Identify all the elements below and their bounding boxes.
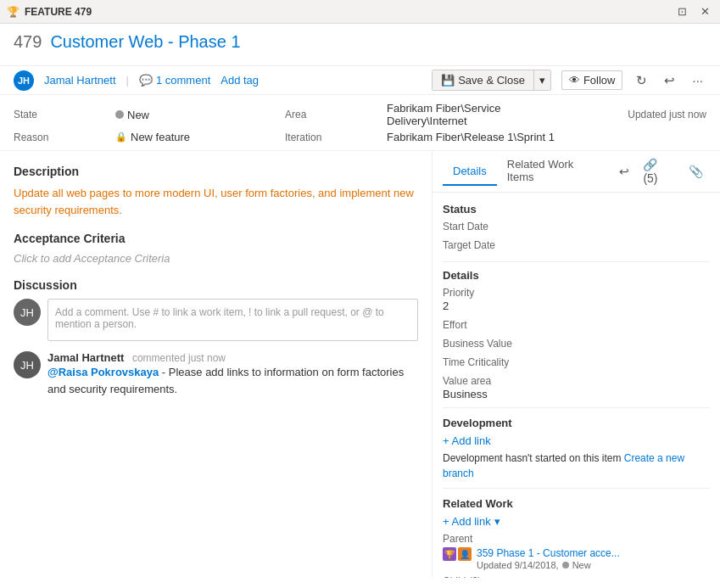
feature-icon: 🏆 (7, 6, 20, 18)
details-title: Details (443, 269, 710, 282)
dev-note: Development hasn't started on this item … (443, 451, 710, 481)
discussion-title: Discussion (14, 278, 418, 292)
business-value-label: Business Value (443, 338, 710, 350)
development-section: Development + Add link Development hasn'… (443, 407, 710, 481)
more-options-button[interactable]: ··· (689, 71, 706, 89)
comment-count: 1 comment (156, 74, 210, 87)
value-area-value[interactable]: Business (443, 388, 710, 400)
development-title: Development (443, 417, 710, 429)
state-dot (115, 110, 124, 119)
save-close-group: 💾 Save & Close ▾ (432, 70, 551, 91)
avatar: JH (14, 70, 34, 91)
commenter-avatar: JH (14, 351, 41, 378)
save-close-dropdown[interactable]: ▾ (533, 70, 550, 90)
state-value[interactable]: New (115, 109, 285, 121)
discussion-section: Discussion JH Add a comment. Use # to li… (14, 278, 418, 397)
child-label: Child (3) (443, 575, 710, 578)
description-title: Description (14, 165, 418, 178)
save-close-button[interactable]: 💾 Save & Close (433, 70, 533, 90)
work-item-header: 479 Customer Web - Phase 1 (0, 24, 720, 66)
start-date-row: Start Date (443, 221, 710, 232)
related-work-section: Related Work + Add link ▾ Parent 🏆 👤 359 (443, 488, 710, 578)
target-date-row: Target Date (443, 239, 710, 251)
attachments-tab-icon[interactable]: 📎 (682, 158, 710, 185)
left-panel: Description Update all web pages to more… (0, 151, 433, 578)
parent-status-dot (562, 562, 569, 568)
person-icon: 👤 (458, 547, 472, 561)
current-user-avatar: JH (14, 299, 41, 326)
reason-value[interactable]: 🔒 New feature (115, 131, 285, 143)
comment-row: JH Jamal Hartnett commented just now @Ra… (14, 351, 418, 397)
title-row: 479 Customer Web - Phase 1 (14, 32, 706, 52)
effort-label: Effort (443, 319, 710, 331)
acceptance-criteria-title: Acceptance Criteria (14, 232, 418, 245)
right-panel: Details Related Work Items ↩ 🔗 (5) 📎 Sta… (433, 151, 720, 578)
parent-link[interactable]: 359 Phase 1 - Customer acce... (477, 547, 710, 559)
work-item-id: 479 (14, 32, 42, 52)
time-criticality-label: Time Criticality (443, 356, 710, 368)
reason-label: Reason (14, 132, 115, 143)
title-bar: 🏆 FEATURE 479 ⊡ ✕ (0, 0, 720, 24)
value-area-label: Value area (443, 375, 710, 387)
area-value[interactable]: Fabrikam Fiber\Service Delivery\Internet (387, 102, 537, 127)
time-criticality-row: Time Criticality (443, 356, 710, 368)
comment-body: Jamal Hartnett commented just now @Raisa… (47, 351, 418, 397)
priority-label: Priority (443, 287, 710, 299)
priority-row: Priority 2 (443, 287, 710, 312)
related-work-title: Related Work (443, 497, 710, 510)
work-item-body: Description Update all web pages to more… (0, 151, 720, 578)
work-item-fields: State New Area Fabrikam Fiber\Service De… (0, 95, 720, 151)
value-area-row: Value area Business (443, 375, 710, 400)
history-tab-icon[interactable]: ↩ (612, 158, 636, 185)
title-bar-left: 🏆 FEATURE 479 (7, 6, 92, 18)
updated-text: Updated just now (537, 109, 706, 120)
comment-author: Jamal Hartnett (47, 351, 124, 364)
comment-link[interactable]: 💬 1 comment (139, 74, 210, 87)
comment-text: @Raisa Pokrovskaya - Please add links to… (47, 364, 418, 397)
target-date-label: Target Date (443, 239, 710, 251)
discussion-input[interactable]: Add a comment. Use # to link a work item… (47, 299, 418, 341)
undo-button[interactable]: ↩ (661, 71, 678, 90)
acceptance-criteria-placeholder[interactable]: Click to add Acceptance Criteria (14, 252, 418, 265)
parent-meta: Updated 9/14/2018, New (477, 560, 710, 570)
parent-icons: 🏆 👤 (443, 547, 472, 561)
title-bar-text: FEATURE 479 (25, 6, 92, 18)
work-item-title[interactable]: Customer Web - Phase 1 (50, 32, 240, 52)
comment-icon: 💬 (139, 74, 153, 87)
parent-label: Parent (443, 533, 710, 545)
status-title: Status (443, 203, 710, 216)
tab-related-work-items[interactable]: Related Work Items (497, 151, 613, 192)
lock-icon: 🔒 (115, 132, 127, 143)
right-content: Status Start Date Target Date Details Pr… (433, 193, 720, 578)
close-button[interactable]: ✕ (697, 3, 713, 20)
tabs-row: Details Related Work Items ↩ 🔗 (5) 📎 (433, 151, 720, 193)
follow-button[interactable]: 👁 Follow (561, 70, 623, 90)
add-tag-button[interactable]: Add tag (220, 74, 259, 87)
start-date-label: Start Date (443, 221, 710, 232)
comment-mention[interactable]: @Raisa Pokrovskaya (47, 366, 159, 378)
status-section: Status Start Date Target Date (443, 203, 710, 251)
related-add-link-button[interactable]: + Add link ▾ (443, 515, 500, 528)
business-value-row: Business Value (443, 338, 710, 350)
parent-info: 359 Phase 1 - Customer acce... Updated 9… (477, 547, 710, 570)
parent-item: 🏆 👤 359 Phase 1 - Customer acce... Updat… (443, 547, 710, 570)
priority-value[interactable]: 2 (443, 300, 710, 312)
author-name: Jamal Hartnett (44, 74, 116, 87)
title-bar-controls: ⊡ ✕ (674, 3, 713, 20)
iteration-value[interactable]: Fabrikam Fiber\Release 1\Sprint 1 (387, 131, 706, 143)
dev-add-link-button[interactable]: + Add link (443, 434, 491, 447)
effort-row: Effort (443, 319, 710, 331)
minimize-button[interactable]: ⊡ (674, 3, 690, 20)
details-section: Details Priority 2 Effort Business Value… (443, 261, 710, 400)
area-label: Area (285, 109, 387, 120)
work-item-toolbar: JH Jamal Hartnett | 💬 1 comment Add tag … (0, 66, 720, 95)
links-tab-icon[interactable]: 🔗 (5) (636, 151, 682, 192)
iteration-label: Iteration (285, 132, 387, 143)
tab-details[interactable]: Details (443, 158, 497, 186)
eye-icon: 👁 (569, 74, 580, 87)
save-close-label: Save & Close (458, 74, 525, 87)
feature-icon: 🏆 (443, 547, 456, 561)
state-label: State (14, 109, 115, 120)
comment-time: commented just now (132, 352, 226, 364)
refresh-button[interactable]: ↻ (633, 71, 650, 90)
